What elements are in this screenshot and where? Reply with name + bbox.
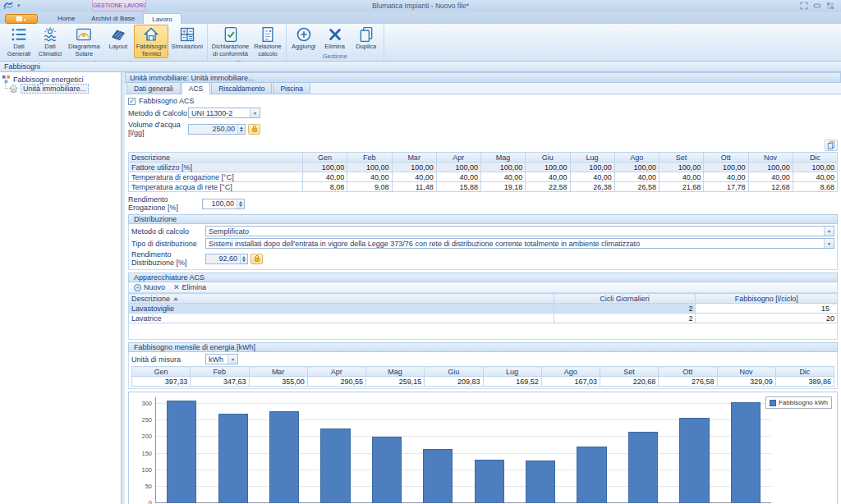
cell-value[interactable]: 8,08 xyxy=(303,182,347,192)
full-screen-icon[interactable] xyxy=(800,2,808,10)
ribbon-tab-home[interactable]: Home xyxy=(49,13,83,24)
cell-value[interactable]: 40,00 xyxy=(436,172,480,182)
cell-value[interactable]: 100,00 xyxy=(436,163,480,172)
layout-button[interactable]: Layout xyxy=(103,25,134,58)
cell-cicli[interactable]: 2 xyxy=(554,314,696,323)
tab-piscina[interactable]: Piscina xyxy=(273,82,310,94)
tab-dati-generali[interactable]: Dati generali xyxy=(126,82,181,94)
cell-descrizione[interactable]: Lavatrice xyxy=(129,314,554,323)
column-header-month[interactable]: Giu xyxy=(425,367,483,377)
copy-table-button[interactable] xyxy=(825,140,838,151)
cell-energy-value[interactable]: 209,83 xyxy=(425,377,483,387)
rendimento-erogazione-input[interactable]: 100,00 xyxy=(202,199,245,209)
cell-value[interactable]: 40,00 xyxy=(526,172,570,182)
dichiarazione-di-conformità-button[interactable]: Dichiarazione di conformità xyxy=(209,25,251,58)
cell-fabbisogno[interactable]: 20 xyxy=(696,314,838,323)
ribbon-tab-lavoro[interactable]: Lavoro xyxy=(143,13,181,24)
column-header-month[interactable]: Feb xyxy=(191,367,249,377)
column-header-month[interactable]: Gen xyxy=(303,153,347,163)
cell-value[interactable]: 17,78 xyxy=(704,182,748,192)
column-header-month[interactable]: Apr xyxy=(307,367,365,377)
cell-value[interactable]: 12,68 xyxy=(748,182,793,192)
cell-energy-value[interactable]: 389,86 xyxy=(775,377,834,387)
cell-value[interactable]: 40,00 xyxy=(570,172,614,182)
cell-value[interactable]: 11,48 xyxy=(392,182,436,192)
cell-value[interactable]: 100,00 xyxy=(347,163,392,172)
cell-value[interactable]: 40,00 xyxy=(481,172,526,182)
minimize-icon[interactable] xyxy=(813,2,821,10)
column-header-month[interactable]: Giu xyxy=(526,153,570,163)
cell-value[interactable]: 100,00 xyxy=(392,163,436,172)
column-header-month[interactable]: Lug xyxy=(570,153,614,163)
lock-button[interactable] xyxy=(250,254,263,264)
column-header-cicli-giornalieri[interactable]: Cicli Giornalieri xyxy=(554,294,696,304)
tree-item-fabbisogni-energetici[interactable]: Fabbisogni energetici xyxy=(2,75,119,84)
fabbisogno-editor[interactable]: 15 xyxy=(696,305,836,313)
cell-energy-value[interactable]: 329,09 xyxy=(717,377,775,387)
spinner-icon[interactable] xyxy=(237,125,245,134)
cell-value[interactable]: 22,58 xyxy=(526,182,570,192)
simulazioni-button[interactable]: Simulazioni xyxy=(168,25,205,58)
apparecchiature-empty-area[interactable] xyxy=(128,323,838,340)
diagramma-solare-button[interactable]: Diagramma Solare xyxy=(66,25,103,58)
cell-value[interactable]: 21,68 xyxy=(659,182,704,192)
duplica-button[interactable]: Duplica xyxy=(351,25,382,52)
cell-value[interactable]: 40,00 xyxy=(748,172,793,182)
table-row[interactable]: Fattore utilizzo [%]100,00100,00100,0010… xyxy=(129,163,838,172)
spinner-icon[interactable] xyxy=(830,305,836,313)
cell-value[interactable]: 15,88 xyxy=(436,182,480,192)
cell-value[interactable]: 40,00 xyxy=(659,172,704,182)
cell-value[interactable]: 19,18 xyxy=(481,182,526,192)
column-header-month[interactable]: Lug xyxy=(483,367,541,377)
spinner-icon[interactable] xyxy=(240,254,247,263)
cell-value[interactable]: 100,00 xyxy=(570,163,614,172)
cell-value[interactable]: 40,00 xyxy=(704,172,748,182)
cell-value[interactable]: 100,00 xyxy=(659,163,704,172)
column-header-month[interactable]: Gen xyxy=(132,367,191,377)
column-header-month[interactable]: Nov xyxy=(717,367,775,377)
cell-energy-value[interactable]: 169,52 xyxy=(483,377,541,387)
cell-value[interactable]: 40,00 xyxy=(303,172,347,182)
cell-energy-value[interactable]: 397,33 xyxy=(132,377,191,387)
dati-climatici-button[interactable]: Dati Climatici xyxy=(34,25,66,58)
cell-value[interactable]: 100,00 xyxy=(303,163,347,172)
ribbon-tab-archivi-di-base[interactable]: Archivi di Base xyxy=(83,13,143,24)
cell-value[interactable]: 100,00 xyxy=(793,163,837,172)
column-header-month[interactable]: Dic xyxy=(775,367,834,377)
column-header-month[interactable]: Mar xyxy=(392,153,436,163)
cell-value[interactable]: 40,00 xyxy=(347,172,392,182)
cell-value[interactable]: 100,00 xyxy=(614,163,659,172)
spinner-icon[interactable] xyxy=(237,199,244,208)
column-header-month[interactable]: Set xyxy=(600,367,659,377)
column-header-month[interactable]: Nov xyxy=(748,153,793,163)
fabbisogno-acs-checkbox[interactable]: ✓ xyxy=(128,98,136,105)
column-header-month[interactable]: Feb xyxy=(347,153,392,163)
dist-metodo-select[interactable]: Semplificato ▾ xyxy=(205,226,834,236)
quick-access-dropdown-icon[interactable]: ▾ xyxy=(17,2,21,9)
table-row[interactable]: Temperatura di erogazione [°C]40,0040,00… xyxy=(129,172,838,182)
cell-value[interactable]: 9,08 xyxy=(347,182,392,192)
dist-tipo-select[interactable]: Sistemi installati dopo dell'entrata in … xyxy=(205,238,834,249)
options-icon[interactable] xyxy=(826,2,834,10)
cell-cicli[interactable]: 2 xyxy=(554,304,696,314)
column-header-month[interactable]: Ott xyxy=(704,153,748,163)
cell-energy-value[interactable]: 355,00 xyxy=(249,377,307,387)
application-menu-button[interactable]: ▾ xyxy=(5,14,38,24)
cell-descrizione[interactable]: Lavastoviglie xyxy=(129,304,554,314)
lock-button[interactable] xyxy=(248,124,260,135)
cell-energy-value[interactable]: 220,68 xyxy=(600,377,659,387)
tree-item-unita-immobiliare[interactable]: Unità immobiliare... xyxy=(9,84,119,93)
column-header-fabbisogno-l-ciclo-[interactable]: Fabbisogno [l/ciclo] xyxy=(696,294,838,304)
cell-energy-value[interactable]: 290,55 xyxy=(307,377,365,387)
table-row[interactable]: Lavastoviglie215 xyxy=(129,304,838,314)
cell-value[interactable]: 40,00 xyxy=(392,172,436,182)
cell-energy-value[interactable]: 276,58 xyxy=(659,377,717,387)
cell-value[interactable]: 40,00 xyxy=(793,172,837,182)
column-header-descrizione[interactable]: Descrizione xyxy=(129,294,554,304)
cell-value[interactable]: 8,68 xyxy=(793,182,837,192)
column-header-descrizione[interactable]: Descrizione xyxy=(129,153,303,163)
column-header-month[interactable]: Mag xyxy=(366,367,425,377)
cell-value[interactable]: 26,58 xyxy=(614,182,659,192)
column-header-month[interactable]: Set xyxy=(659,153,704,163)
cell-value[interactable]: 100,00 xyxy=(704,163,748,172)
